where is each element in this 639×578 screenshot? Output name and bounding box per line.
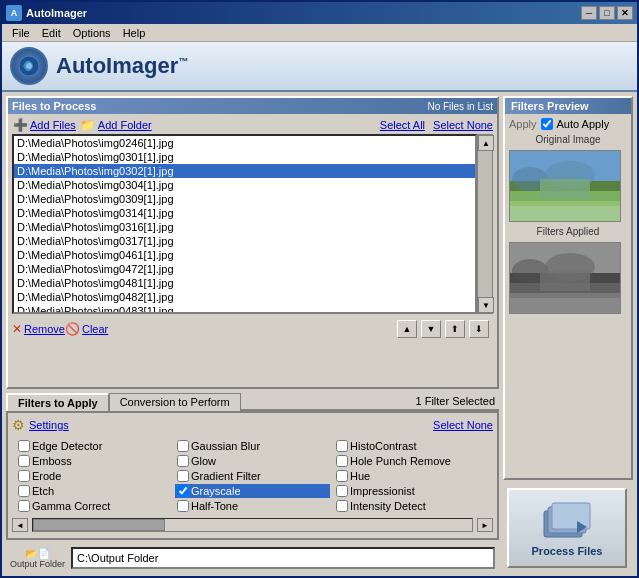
settings-button[interactable]: Settings <box>29 419 69 431</box>
filter-label: Hue <box>350 470 370 482</box>
menu-help[interactable]: Help <box>117 26 152 40</box>
hscroll-left-btn[interactable]: ◄ <box>12 518 28 532</box>
filters-area: Filters to Apply Conversion to Perform 1… <box>6 393 499 540</box>
filter-item[interactable]: Edge Detector <box>16 439 171 453</box>
nav-down-btn[interactable]: ▼ <box>421 320 441 338</box>
filter-item[interactable]: Hole Punch Remove <box>334 454 489 468</box>
scroll-up-btn[interactable]: ▲ <box>478 135 494 151</box>
filter-checkbox[interactable] <box>18 470 30 482</box>
files-list[interactable]: D:\Media\Photos\img0246[1].jpgD:\Media\P… <box>12 134 477 314</box>
logo-text: AutoImager™ <box>56 53 188 79</box>
filter-item[interactable]: Emboss <box>16 454 171 468</box>
filter-checkbox[interactable] <box>336 500 348 512</box>
filter-item[interactable]: Hue <box>334 469 489 483</box>
filter-item[interactable]: Gradient Filter <box>175 469 330 483</box>
file-item[interactable]: D:\Media\Photos\img0302[1].jpg <box>14 164 475 178</box>
output-folder-button[interactable]: 📂 📄 Output Folder <box>10 548 65 569</box>
filter-label: Gaussian Blur <box>191 440 260 452</box>
filter-checkbox[interactable] <box>177 455 189 467</box>
nav-top-btn[interactable]: ⬆ <box>445 320 465 338</box>
nav-bottom-btn[interactable]: ⬇ <box>469 320 489 338</box>
file-item[interactable]: D:\Media\Photos\img0304[1].jpg <box>14 178 475 192</box>
clear-icon: 🚫 <box>65 322 80 336</box>
filter-item[interactable]: Etch <box>16 484 171 498</box>
filter-item[interactable]: Glow <box>175 454 330 468</box>
filter-item[interactable]: Erode <box>16 469 171 483</box>
clear-button[interactable]: Clear <box>82 323 108 335</box>
hscrollbar[interactable] <box>32 518 473 532</box>
select-none-button-top[interactable]: Select None <box>433 119 493 131</box>
select-all-button[interactable]: Select All <box>380 119 425 131</box>
filter-item[interactable]: Impressionist <box>334 484 489 498</box>
original-image-preview <box>509 150 621 222</box>
file-item[interactable]: D:\Media\Photos\img0317[1].jpg <box>14 234 475 248</box>
filter-item[interactable]: Half-Tone <box>175 499 330 513</box>
filter-item[interactable]: Intensity Detect <box>334 499 489 513</box>
scroll-down-btn[interactable]: ▼ <box>478 297 494 313</box>
files-scrollbar[interactable]: ▲ ▼ <box>477 134 493 314</box>
add-folder-button[interactable]: Add Folder <box>98 119 152 131</box>
auto-apply-label: Auto Apply <box>557 118 610 130</box>
titlebar: A AutoImager ─ □ ✕ <box>2 2 637 24</box>
filter-checkbox[interactable] <box>18 455 30 467</box>
add-files-button[interactable]: Add Files <box>30 119 76 131</box>
file-item[interactable]: D:\Media\Photos\img0314[1].jpg <box>14 206 475 220</box>
original-img-render <box>510 151 620 221</box>
filter-checkbox[interactable] <box>18 500 30 512</box>
filter-checkbox[interactable] <box>177 440 189 452</box>
filter-checkbox[interactable] <box>177 500 189 512</box>
file-item[interactable]: D:\Media\Photos\img0472[1].jpg <box>14 262 475 276</box>
maximize-button[interactable]: □ <box>599 6 615 20</box>
filter-checkbox[interactable] <box>336 440 348 452</box>
apply-button[interactable]: Apply <box>509 118 537 130</box>
menu-file[interactable]: File <box>6 26 36 40</box>
file-item[interactable]: D:\Media\Photos\img0316[1].jpg <box>14 220 475 234</box>
file-item[interactable]: D:\Media\Photos\img0301[1].jpg <box>14 150 475 164</box>
filter-checkbox[interactable] <box>177 485 189 497</box>
filter-checkbox[interactable] <box>336 455 348 467</box>
filter-label: Etch <box>32 485 54 497</box>
select-none-filters-button[interactable]: Select None <box>433 419 493 431</box>
hscroll-right-btn[interactable]: ► <box>477 518 493 532</box>
close-button[interactable]: ✕ <box>617 6 633 20</box>
nav-up-btn[interactable]: ▲ <box>397 320 417 338</box>
filter-item[interactable]: Gaussian Blur <box>175 439 330 453</box>
remove-button[interactable]: Remove <box>24 323 65 335</box>
tab-filters-apply[interactable]: Filters to Apply <box>6 393 109 411</box>
logo-bar: AutoImager™ <box>2 42 637 92</box>
apply-row: Apply Auto Apply <box>509 118 627 130</box>
file-item[interactable]: D:\Media\Photos\img0461[1].jpg <box>14 248 475 262</box>
filter-checkbox[interactable] <box>336 470 348 482</box>
filter-item[interactable]: Grayscale <box>175 484 330 498</box>
file-item[interactable]: D:\Media\Photos\img0246[1].jpg <box>14 136 475 150</box>
process-files-button[interactable]: Process Files <box>507 488 627 568</box>
file-item[interactable]: D:\Media\Photos\img0309[1].jpg <box>14 192 475 206</box>
filters-tab-content: ⚙ Settings Select None Edge DetectorGaus… <box>6 411 499 540</box>
main-window: A AutoImager ─ □ ✕ File Edit Options Hel… <box>0 0 639 578</box>
auto-apply-checkbox[interactable] <box>541 118 553 130</box>
file-item[interactable]: D:\Media\Photos\img0481[1].jpg <box>14 276 475 290</box>
output-path-input[interactable] <box>71 547 495 569</box>
filter-checkbox[interactable] <box>177 470 189 482</box>
filter-item[interactable]: HistoContrast <box>334 439 489 453</box>
svg-rect-17 <box>510 298 621 314</box>
filter-item[interactable]: Gamma Correct <box>16 499 171 513</box>
filters-grid: Edge DetectorGaussian BlurHistoContrastE… <box>12 436 493 516</box>
add-folder-row: 📁 Add Folder <box>80 117 152 133</box>
tab-conversion[interactable]: Conversion to Perform <box>109 393 241 411</box>
filters-applied-label: Filters Applied <box>509 226 627 237</box>
main-content: Files to Process No Files in List ➕ Add … <box>2 92 637 576</box>
filter-checkbox[interactable] <box>18 440 30 452</box>
file-item[interactable]: D:\Media\Photos\img0482[1].jpg <box>14 290 475 304</box>
menu-edit[interactable]: Edit <box>36 26 67 40</box>
filter-label: Edge Detector <box>32 440 102 452</box>
filter-checkbox[interactable] <box>336 485 348 497</box>
minimize-button[interactable]: ─ <box>581 6 597 20</box>
add-files-icon: ➕ <box>12 117 28 133</box>
filter-checkbox[interactable] <box>18 485 30 497</box>
filter-label: Erode <box>32 470 61 482</box>
menu-options[interactable]: Options <box>67 26 117 40</box>
filter-label: Grayscale <box>191 485 241 497</box>
file-item[interactable]: D:\Media\Photos\img0483[1].jpg <box>14 304 475 314</box>
output-folder-label: Output Folder <box>10 559 65 569</box>
